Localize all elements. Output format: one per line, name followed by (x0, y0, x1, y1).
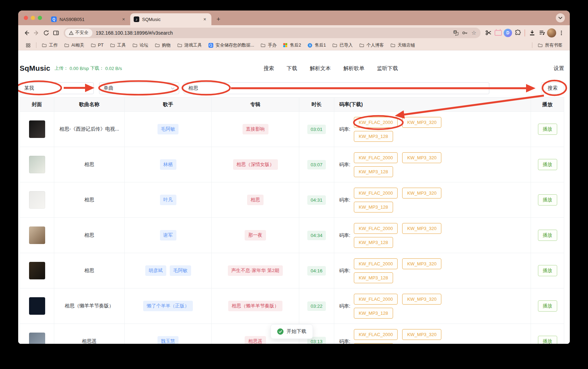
play-button[interactable]: 播放 (538, 124, 557, 135)
tab-search-chevron-icon[interactable] (556, 13, 565, 22)
bitrate-button-kw_mp3_128[interactable]: KW_MP3_128 (354, 272, 393, 283)
bookmark-item[interactable]: 个人博客 (356, 41, 387, 49)
album-cover[interactable] (29, 120, 45, 138)
artist-badge[interactable]: 叶凡 (160, 195, 176, 205)
bitrate-button-kw_flac_2000[interactable]: KW_FLAC_2000 (354, 329, 398, 340)
nav-item-1[interactable]: 下载 (287, 65, 297, 72)
album-badge[interactable]: 直接影响 (243, 124, 268, 134)
album-badge[interactable]: 相思遥 (245, 336, 266, 344)
artist-badge[interactable]: 胡彦斌 (145, 265, 167, 276)
search-button[interactable]: 搜索 (541, 82, 564, 94)
reload-icon[interactable] (41, 28, 51, 38)
downloads-icon[interactable] (527, 28, 537, 38)
zoom-window-button[interactable] (38, 16, 42, 20)
playlist-icon[interactable] (537, 28, 547, 38)
nav-item-0[interactable]: 搜索 (264, 65, 274, 72)
play-button[interactable]: 播放 (538, 336, 557, 344)
keyword-input[interactable] (184, 82, 489, 94)
bitrate-button-kw_mp3_320[interactable]: KW_MP3_320 (402, 188, 441, 199)
play-button[interactable]: 播放 (538, 159, 557, 170)
artist-badge[interactable]: 毛阿敏 (170, 265, 191, 276)
album-badge[interactable]: 相思（懒羊羊节奏版） (228, 301, 282, 311)
bitrate-button-kw_mp3_320[interactable]: KW_MP3_320 (402, 258, 441, 269)
translate-icon[interactable]: A (451, 28, 460, 37)
key-icon[interactable] (460, 28, 469, 37)
album-badge[interactable]: 那一夜 (245, 230, 266, 241)
bitrate-button-kw_mp3_320[interactable]: KW_MP3_320 (402, 117, 441, 128)
album-cover[interactable] (29, 156, 45, 173)
bitrate-button-kw_mp3_128[interactable]: KW_MP3_128 (354, 308, 393, 319)
artist-badge[interactable]: 懒了个羊羊（正版） (143, 301, 193, 311)
bitrate-button-kw_mp3_320[interactable]: KW_MP3_320 (402, 152, 441, 163)
type-select[interactable]: 单曲 (99, 82, 179, 94)
profile-avatar[interactable] (547, 28, 556, 38)
all-bookmarks-folder[interactable]: 所有书签 (534, 41, 566, 49)
minimize-window-button[interactable] (31, 16, 35, 20)
artist-badge[interactable]: 林栖 (160, 159, 176, 170)
back-icon[interactable] (22, 28, 31, 38)
play-button[interactable]: 播放 (538, 194, 557, 206)
artist-badge[interactable]: 魏玉慧 (158, 336, 179, 344)
bitrate-button-kw_mp3_320[interactable]: KW_MP3_320 (402, 223, 441, 234)
settings-link[interactable]: 设置 (554, 63, 564, 74)
bookmark-item[interactable]: 售后2 (280, 41, 304, 49)
extensions-puzzle-icon[interactable] (513, 28, 523, 38)
bookmark-item[interactable]: AI相关 (61, 41, 88, 49)
bookmark-item[interactable]: 安全储存您的数据... (205, 41, 257, 49)
bookmark-item[interactable]: PT (88, 41, 107, 49)
bitrate-button-kw_mp3_128[interactable]: KW_MP3_128 (354, 202, 393, 213)
bitrate-button-kw_mp3_320[interactable]: KW_MP3_320 (402, 294, 441, 305)
play-button[interactable]: 播放 (538, 265, 557, 276)
d-extension-icon[interactable]: D (503, 28, 513, 38)
nav-item-3[interactable]: 解析歌单 (343, 65, 364, 72)
bookmark-star-icon[interactable]: ☆ (469, 28, 478, 37)
bitrate-button-kw_flac_2000[interactable]: KW_FLAC_2000 (354, 223, 398, 234)
album-badge[interactable]: 相思（深情女版） (233, 159, 278, 170)
album-cover[interactable] (29, 191, 45, 209)
browser-tab-sqmusic[interactable]: ♪ SQMusic × (130, 13, 211, 25)
bookmark-item[interactable] (22, 41, 34, 49)
bookmark-item[interactable]: S 售后1 (304, 41, 329, 49)
bitrate-button-kw_flac_2000[interactable]: KW_FLAC_2000 (354, 117, 398, 128)
source-input[interactable] (20, 82, 94, 94)
bookmark-item[interactable]: 工作 (38, 41, 61, 49)
forward-icon[interactable] (31, 28, 41, 38)
bitrate-button-kw_flac_2000[interactable]: KW_FLAC_2000 (354, 294, 398, 305)
tv-extension-icon[interactable] (493, 28, 503, 38)
album-cover[interactable] (29, 333, 45, 344)
bookmark-item[interactable]: 购物 (152, 41, 174, 49)
bitrate-button-kw_mp3_128[interactable]: KW_MP3_128 (354, 166, 393, 177)
close-window-button[interactable] (24, 16, 28, 20)
play-button[interactable]: 播放 (538, 300, 557, 312)
bookmark-item[interactable]: 手办 (257, 41, 280, 49)
bitrate-button-kw_flac_2000[interactable]: KW_FLAC_2000 (354, 188, 398, 199)
close-tab-icon[interactable]: × (202, 16, 208, 22)
bookmark-item[interactable]: 论坛 (129, 41, 152, 49)
nav-item-2[interactable]: 解析文本 (310, 65, 331, 72)
artist-badge[interactable]: 毛阿敏 (158, 124, 179, 134)
artist-badge[interactable]: 谢军 (160, 230, 176, 241)
bitrate-button-kw_flac_2000[interactable]: KW_FLAC_2000 (354, 258, 398, 269)
play-button[interactable]: 播放 (538, 230, 557, 241)
url-bar[interactable]: 不安全 192.168.100.138:18996/#/v3search A ☆ (64, 28, 481, 38)
bookmark-item[interactable]: 天猫店铺 (387, 41, 418, 49)
bitrate-button-kw_mp3_320[interactable]: KW_MP3_320 (402, 329, 441, 340)
close-tab-icon[interactable]: × (120, 16, 127, 22)
bitrate-button-kw_flac_2000[interactable]: KW_FLAC_2000 (354, 152, 398, 163)
album-badge[interactable]: 相思 (247, 195, 264, 205)
new-tab-button[interactable]: + (214, 14, 223, 24)
scissors-extension-icon[interactable] (483, 28, 493, 38)
nav-item-4[interactable]: 监听下载 (377, 65, 398, 72)
security-chip[interactable]: 不安全 (65, 29, 92, 37)
bookmark-item[interactable]: 游戏工具 (174, 41, 205, 49)
bookmark-item[interactable]: 工具 (107, 41, 129, 49)
url-text[interactable]: 192.168.100.138:18996/#/v3search (96, 30, 451, 36)
album-badge[interactable]: 声生不息·家年华 第2期 (228, 265, 283, 276)
side-panel-icon[interactable] (51, 28, 61, 38)
bookmark-item[interactable]: 已导入 (329, 41, 356, 49)
album-cover[interactable] (29, 227, 45, 244)
album-cover[interactable] (29, 262, 45, 279)
album-cover[interactable] (29, 297, 45, 315)
kebab-menu-icon[interactable] (556, 28, 566, 38)
bitrate-button-kw_mp3_128[interactable]: KW_MP3_128 (354, 131, 393, 142)
